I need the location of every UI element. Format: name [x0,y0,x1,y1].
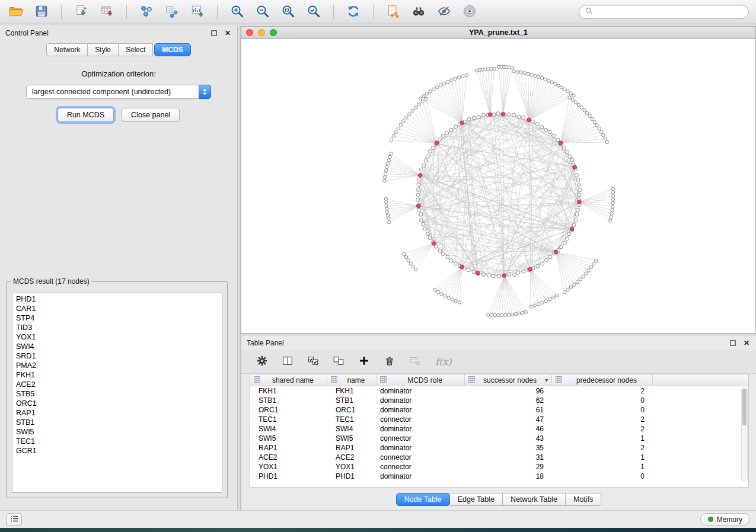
memory-button[interactable]: Memory [700,513,750,525]
mcds-result-item[interactable]: CAR1 [16,304,222,313]
mcds-result-item[interactable]: STB5 [16,389,222,399]
window-zoom-button[interactable] [270,29,277,36]
deselect-all-button[interactable] [331,354,346,370]
tab-network[interactable]: Network [46,43,88,56]
table-cell[interactable]: ORC1 [250,405,327,415]
zoom-fit-button[interactable] [279,2,297,21]
search-input[interactable] [596,8,742,16]
open-folder-button[interactable] [7,2,25,21]
table-row[interactable]: ORC1ORC1dominator610 [250,405,748,415]
table-cell[interactable]: SWI4 [327,424,377,434]
zoom-out-button[interactable] [254,2,272,21]
table-row[interactable]: SWI5SWI5connector431 [250,434,748,443]
table-cell[interactable]: 0 [552,405,653,415]
table-cell[interactable]: connector [377,453,465,462]
table-cell[interactable]: TEC1 [250,415,327,424]
close-table-panel-icon[interactable]: ✕ [742,339,751,347]
table-cell[interactable]: ACE2 [250,453,327,462]
table-cell[interactable]: 46 [465,424,552,434]
mcds-result-item[interactable]: GCR1 [16,446,222,456]
table-cell[interactable]: YOX1 [250,462,327,472]
table-cell[interactable]: 96 [465,386,552,396]
table-cell[interactable]: STB1 [250,396,327,405]
table-cell[interactable]: 0 [552,396,653,405]
table-cell[interactable]: 61 [465,405,552,415]
float-panel-icon[interactable] [210,29,218,37]
table-row[interactable]: ACE2ACE2connector311 [250,453,748,462]
column-header-predecessor-nodes[interactable]: predecessor nodes [552,374,653,386]
table-row[interactable]: FKH1FKH1dominator962 [250,386,748,396]
tab-mcds[interactable]: MCDS [154,43,190,56]
mcds-result-item[interactable]: SWI5 [16,427,222,437]
table-cell[interactable]: 43 [465,434,552,443]
table-disabled-button[interactable] [407,354,423,370]
show-panels-button[interactable] [6,513,22,525]
table-cell[interactable]: YOX1 [327,462,377,472]
add-row-button[interactable] [356,354,372,370]
close-panel-icon[interactable]: ✕ [224,29,232,37]
table-cell[interactable]: 2 [552,443,653,453]
zoom-in-button[interactable] [228,2,246,21]
mcds-result-item[interactable]: YOX1 [16,332,222,342]
column-header-mcds-role[interactable]: MCDS role [377,374,465,386]
mcds-result-item[interactable]: RAP1 [16,408,222,418]
table-cell[interactable]: SWI5 [250,434,327,443]
mcds-result-item[interactable]: ORC1 [16,399,222,408]
select-all-button[interactable] [305,354,321,370]
column-header-name[interactable]: name [327,374,377,386]
tab-network-table[interactable]: Network Table [503,493,566,506]
export-network-button[interactable] [384,2,402,21]
scrollbar-thumb[interactable] [742,389,747,425]
table-cell[interactable]: dominator [377,396,465,405]
table-row[interactable]: PHD1PHD1dominator180 [250,472,748,481]
table-cell[interactable]: connector [377,434,465,443]
table-cell[interactable]: ORC1 [327,405,377,415]
column-header-shared-name[interactable]: shared name [250,374,327,386]
window-minimize-button[interactable] [258,29,265,36]
table-row[interactable]: TEC1TEC1connector472 [250,415,748,424]
column-header-successor-nodes[interactable]: successor nodes▾ [465,374,552,386]
search-binoculars-button[interactable] [410,2,428,21]
function-builder-button[interactable]: f(x) [435,356,451,367]
float-table-panel-icon[interactable] [729,339,737,347]
mcds-result-item[interactable]: ACE2 [16,380,222,389]
table-cell[interactable]: PHD1 [327,472,377,481]
network-from-chart-button[interactable] [189,2,206,21]
tab-node-table[interactable]: Node Table [396,493,450,506]
table-cell[interactable]: 62 [465,396,552,405]
optimization-criterion-select[interactable]: largest connected component (undirected) [26,85,211,99]
table-cell[interactable]: connector [377,415,465,424]
table-cell[interactable]: 29 [465,462,552,472]
table-cell[interactable]: 1 [552,462,653,472]
column-menu-icon[interactable]: ▾ [545,377,548,383]
save-button[interactable] [33,2,50,21]
table-cell[interactable]: dominator [377,443,465,453]
refresh-button[interactable] [344,2,362,21]
mcds-result-item[interactable]: FKH1 [16,370,222,380]
mcds-result-item[interactable]: STP4 [16,313,222,323]
mcds-result-item[interactable]: SRD1 [16,351,222,361]
mcds-result-item[interactable]: SWI4 [16,342,222,351]
table-cell[interactable]: STB1 [327,396,377,405]
table-cell[interactable]: ACE2 [327,453,377,462]
mcds-result-list[interactable]: PHD1CAR1STP4TID3YOX1SWI4SRD1PMA2FKH1ACE2… [12,293,222,493]
table-row[interactable]: RAP1RAP1dominator352 [250,443,748,453]
table-cell[interactable]: FKH1 [250,386,327,396]
mcds-result-item[interactable]: TID3 [16,323,222,332]
table-cell[interactable]: 2 [552,424,653,434]
table-cell[interactable]: connector [377,462,465,472]
mcds-result-item[interactable]: PMA2 [16,361,222,370]
table-cell[interactable]: 1 [552,434,653,443]
table-cell[interactable]: 47 [465,415,552,424]
window-close-button[interactable] [246,29,253,36]
mcds-result-item[interactable]: PHD1 [16,294,222,304]
table-row[interactable]: SWI4SWI4dominator462 [250,424,748,434]
table-row[interactable]: STB1STB1dominator620 [250,396,748,405]
new-network-button[interactable] [138,2,155,21]
table-cell[interactable]: dominator [377,386,465,396]
table-cell[interactable]: 2 [552,386,653,396]
table-cell[interactable]: dominator [377,472,465,481]
table-cell[interactable]: TEC1 [327,415,377,424]
table-cell[interactable]: SWI4 [250,424,327,434]
import-network-button[interactable] [72,2,90,21]
